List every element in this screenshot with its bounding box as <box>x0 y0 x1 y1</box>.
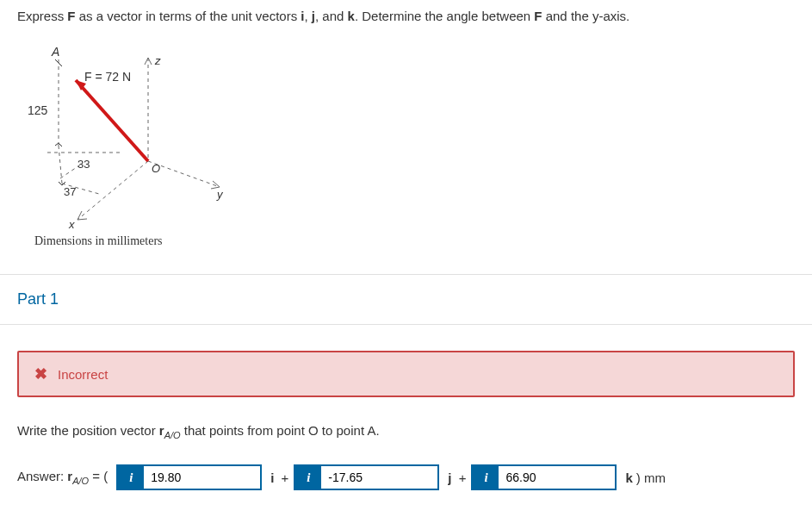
dim-33: 33 <box>77 158 90 171</box>
i-plus-label: i + <box>267 470 288 485</box>
svg-line-1 <box>145 58 148 65</box>
x-axis-label: x <box>68 218 75 230</box>
question-text: Express F as a vector in terms of the un… <box>17 9 795 23</box>
diagram-caption: Dimensions in millimeters <box>17 234 795 248</box>
diagram: z y x O A <box>17 40 795 248</box>
input-j-group: i <box>294 464 439 490</box>
instruction-text: Write the position vector rA/O that poin… <box>17 423 795 440</box>
svg-line-2 <box>148 58 152 65</box>
input-i-group: i <box>116 464 262 490</box>
z-axis-label: z <box>154 54 161 67</box>
input-k[interactable] <box>499 466 615 489</box>
k-unit-label: k) mm <box>622 470 666 485</box>
j-plus-label: j + <box>444 470 466 485</box>
input-k-group: i <box>471 464 617 490</box>
info-button-i[interactable]: i <box>118 466 144 489</box>
input-j[interactable] <box>321 466 437 489</box>
incorrect-icon: ✖ <box>34 364 47 383</box>
dim-37: 37 <box>64 185 76 198</box>
info-button-k[interactable]: i <box>473 466 499 489</box>
force-diagram-svg: z y x O A <box>17 40 241 230</box>
part-title: Part 1 <box>17 290 795 308</box>
y-axis-label: y <box>216 188 224 201</box>
part-header: Part 1 <box>0 274 812 325</box>
feedback-text: Incorrect <box>58 367 108 382</box>
answer-label: Answer: rA/O = ( <box>17 469 108 486</box>
info-button-j[interactable]: i <box>295 466 321 489</box>
origin-label: O <box>152 162 160 175</box>
feedback-incorrect: ✖ Incorrect <box>17 351 795 397</box>
answer-row: Answer: rA/O = ( i i + i j + i k) mm <box>17 464 795 490</box>
input-i[interactable] <box>144 466 260 489</box>
svg-line-4 <box>213 181 220 187</box>
svg-line-15 <box>76 80 148 161</box>
dim-125: 125 <box>28 103 48 117</box>
force-label: F = 72 N <box>84 70 131 84</box>
point-A-label: A <box>51 45 59 59</box>
svg-line-7 <box>77 211 82 220</box>
